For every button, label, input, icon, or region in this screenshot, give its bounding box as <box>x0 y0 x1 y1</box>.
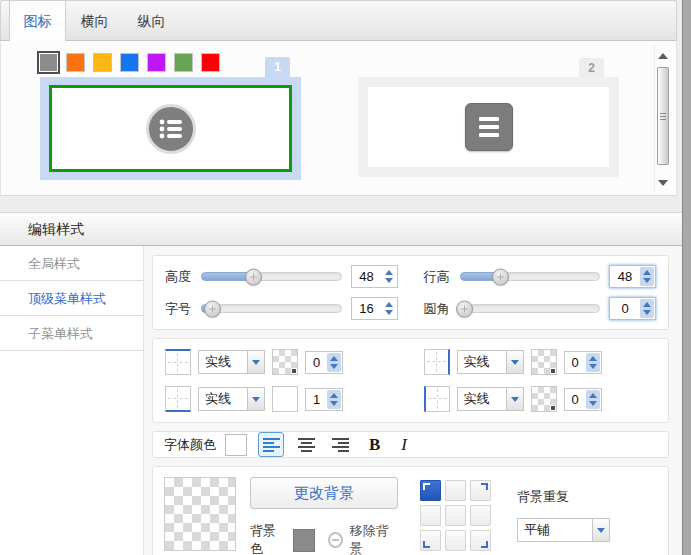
line-height-slider-thumb[interactable] <box>492 268 509 285</box>
palette-swatch-orange[interactable] <box>66 53 85 72</box>
font-size-slider-thumb[interactable] <box>204 300 221 317</box>
border-left-color-swatch[interactable] <box>531 386 557 412</box>
bold-button[interactable]: B <box>369 435 380 455</box>
step-down-icon[interactable] <box>385 310 393 315</box>
palette-swatch-amber[interactable] <box>93 53 112 72</box>
line-height-label: 行高 <box>424 268 451 286</box>
height-slider-thumb[interactable] <box>245 268 262 285</box>
line-height-value: 48 <box>610 269 640 284</box>
palette-swatch-magenta[interactable] <box>147 53 166 72</box>
border-left-style-dropdown[interactable]: 实线 <box>457 387 524 411</box>
position-bottom-left[interactable] <box>420 530 441 551</box>
height-slider[interactable] <box>201 272 342 281</box>
position-top-right[interactable] <box>470 480 491 501</box>
tab-vertical[interactable]: 纵向 <box>123 1 180 41</box>
border-right-color-swatch[interactable] <box>531 349 557 375</box>
scroll-up-icon[interactable] <box>658 53 668 59</box>
sidebar-item-submenu-style[interactable]: 子菜单样式 <box>0 316 143 351</box>
step-down-icon[interactable] <box>330 364 338 369</box>
border-top-width-stepper[interactable]: 0 <box>305 351 343 374</box>
dropdown-arrow-icon <box>252 360 260 365</box>
step-up-icon[interactable] <box>330 393 338 398</box>
background-color-swatch[interactable] <box>293 529 314 552</box>
color-palette <box>39 53 220 72</box>
border-radius-label: 圆角 <box>424 300 451 318</box>
scrollbar-thumb[interactable] <box>657 67 669 165</box>
border-bottom-style-dropdown[interactable]: 实线 <box>198 387 265 411</box>
step-up-icon[interactable] <box>330 356 338 361</box>
position-bottom-right[interactable] <box>470 530 491 551</box>
preview-1-selected[interactable] <box>40 77 301 180</box>
line-height-slider[interactable] <box>460 272 601 281</box>
step-up-icon[interactable] <box>589 356 597 361</box>
font-color-swatch[interactable] <box>225 434 247 456</box>
step-down-icon[interactable] <box>385 278 393 283</box>
border-top-style-dropdown[interactable]: 实线 <box>198 350 265 374</box>
palette-swatch-blue[interactable] <box>120 53 139 72</box>
border-right-style-dropdown[interactable]: 实线 <box>457 350 524 374</box>
position-middle-left[interactable] <box>420 505 441 526</box>
position-middle-center[interactable] <box>445 505 466 526</box>
step-up-icon[interactable] <box>385 302 393 307</box>
border-top-color-swatch[interactable] <box>272 349 298 375</box>
font-size-slider[interactable] <box>201 304 342 313</box>
preview-1-badge: 1 <box>265 57 290 77</box>
palette-swatch-green[interactable] <box>174 53 193 72</box>
preview-2-card[interactable] <box>368 87 609 167</box>
border-radius-stepper[interactable]: 0 <box>609 297 656 320</box>
position-bottom-center[interactable] <box>445 530 466 551</box>
position-top-left[interactable] <box>420 480 441 501</box>
font-size-stepper[interactable]: 16 <box>351 297 398 320</box>
preview-1-card[interactable] <box>49 85 292 172</box>
italic-button[interactable]: I <box>401 435 407 455</box>
tab-icon[interactable]: 图标 <box>9 1 66 42</box>
remove-background-button[interactable]: 移除背景 <box>350 522 398 555</box>
step-up-icon[interactable] <box>385 270 393 275</box>
height-stepper[interactable]: 48 <box>351 265 398 288</box>
position-top-center[interactable] <box>445 480 466 501</box>
palette-swatch-red[interactable] <box>201 53 220 72</box>
border-bottom-width-stepper[interactable]: 1 <box>305 388 343 411</box>
preview-scrollbar[interactable] <box>654 45 671 192</box>
background-repeat-dropdown[interactable]: 平铺 <box>517 518 610 542</box>
border-bottom-side-icon[interactable] <box>165 386 191 412</box>
step-up-icon[interactable] <box>643 302 651 307</box>
align-right-button[interactable] <box>328 432 354 457</box>
border-right-side-icon[interactable] <box>424 349 450 375</box>
sidebar-item-top-menu-style[interactable]: 顶级菜单样式 <box>0 281 143 316</box>
border-left-width-stepper[interactable]: 0 <box>564 388 602 411</box>
step-up-icon[interactable] <box>643 270 651 275</box>
position-middle-right[interactable] <box>470 505 491 526</box>
border-top-side-icon[interactable] <box>165 349 191 375</box>
step-up-icon[interactable] <box>589 393 597 398</box>
change-background-button[interactable]: 更改背景 <box>250 477 398 509</box>
step-down-icon[interactable] <box>589 364 597 369</box>
tab-horizontal[interactable]: 横向 <box>66 1 123 41</box>
border-radius-slider[interactable] <box>460 304 601 313</box>
background-color-label: 背景色 <box>250 522 286 555</box>
menu-style-editor: 图标 横向 纵向 1 <box>0 0 682 555</box>
align-center-button[interactable] <box>293 432 319 457</box>
align-left-button[interactable] <box>258 432 284 457</box>
palette-swatch-gray[interactable] <box>39 53 58 72</box>
border-right-width-stepper[interactable]: 0 <box>564 351 602 374</box>
preview-panel: 1 2 <box>0 41 677 196</box>
step-down-icon[interactable] <box>330 401 338 406</box>
dropdown-arrow-icon <box>511 360 519 365</box>
window-edge-strip[interactable] <box>682 0 691 555</box>
border-left-side-icon[interactable] <box>424 386 450 412</box>
sidebar-item-global-style[interactable]: 全局样式 <box>0 246 143 281</box>
line-height-stepper[interactable]: 48 <box>609 265 656 288</box>
preview-2[interactable] <box>358 77 619 177</box>
font-color-label: 字体颜色 <box>164 436 216 454</box>
step-down-icon[interactable] <box>643 310 651 315</box>
background-settings-group: 更改背景 背景色 移除背景 <box>152 466 669 555</box>
border-bottom-color-swatch[interactable] <box>272 386 298 412</box>
remove-circle-icon[interactable] <box>328 532 343 548</box>
step-down-icon[interactable] <box>589 401 597 406</box>
dimension-sliders-group: 高度 48 行高 <box>152 255 669 330</box>
border-radius-slider-thumb[interactable] <box>456 300 473 317</box>
editor-content: 高度 48 行高 <box>144 246 682 555</box>
scroll-down-icon[interactable] <box>658 180 668 186</box>
step-down-icon[interactable] <box>643 278 651 283</box>
